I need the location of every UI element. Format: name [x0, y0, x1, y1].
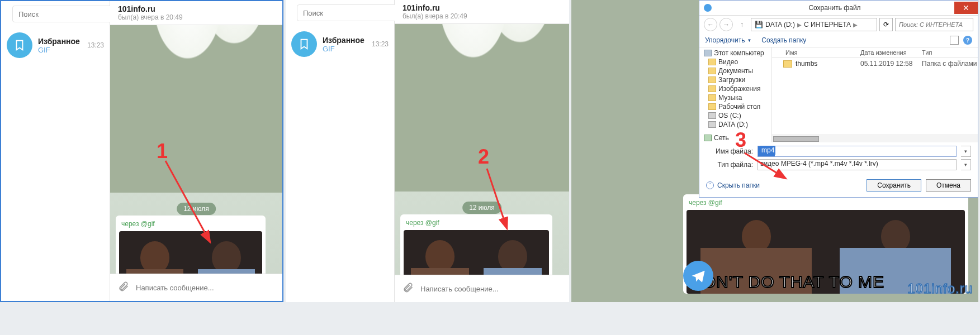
forward-icon[interactable]: → [719, 18, 733, 31]
composer-input[interactable] [420, 285, 561, 293]
chevron-right-icon: ▶ [797, 22, 802, 28]
save-button[interactable]: Сохранить [867, 179, 921, 192]
chat-title: Избранное [323, 36, 366, 45]
file-name: thumbs [796, 60, 860, 68]
drive-icon: 💾 [755, 21, 763, 28]
tree-data-d[interactable]: DATA (D:) [702, 120, 769, 129]
file-date: 05.11.2019 12:58 [860, 60, 922, 68]
annotation-number-2: 2 [478, 145, 489, 169]
search-input[interactable] [12, 6, 119, 22]
telegram-sidebar: Избранное GIF 13:23 [286, 0, 395, 302]
via-label[interactable]: через @gif [404, 218, 549, 230]
address-bar: ← → ↑ 💾 DATA (D:) ▶ С ИНТЕРНЕТА ▶ ⟳ [699, 16, 978, 34]
chevron-down-icon[interactable]: ▾ [961, 146, 971, 157]
telegram-sidebar: Избранное GIF 13:23 [1, 1, 110, 301]
col-date[interactable]: Дата изменения [860, 49, 922, 56]
tree-this-pc[interactable]: Этот компьютер [702, 49, 769, 58]
file-type: Папка с файлами [922, 60, 978, 68]
tree-downloads[interactable]: Загрузки [702, 75, 769, 84]
chat-column: 101info.ru был(а) вчера в 20:49 12 июля … [110, 1, 282, 301]
gif-attachment[interactable]: DON'T DO [119, 231, 262, 274]
col-name[interactable]: Имя [772, 49, 860, 56]
up-icon[interactable]: ↑ [735, 18, 749, 31]
paperclip-icon[interactable] [403, 282, 414, 295]
chat-header-status: был(а) вчера в 20:49 [403, 12, 561, 20]
search-input[interactable] [297, 4, 403, 21]
app-icon [704, 4, 712, 12]
help-icon[interactable]: ? [963, 36, 972, 45]
chat-header[interactable]: 101info.ru был(а) вчера в 20:49 [395, 0, 569, 24]
filename-input[interactable]: mp4 [758, 146, 957, 157]
message-bubble[interactable]: через @gif DON'T DO С [116, 216, 266, 274]
message-bubble[interactable]: через @gif DON'T DO THAT TO ME [683, 194, 968, 294]
save-dialog: Сохранить файл ✕ ← → ↑ 💾 DATA (D:) ▶ С И… [699, 0, 978, 198]
dialog-search-input[interactable] [895, 18, 973, 31]
favorites-icon [291, 31, 317, 57]
breadcrumb-folder[interactable]: С ИНТЕРНЕТА [804, 21, 851, 28]
breadcrumb-drive[interactable]: DATA (D:) [765, 21, 795, 28]
sidebar-item-favorites[interactable]: Избранное GIF 13:23 [1, 27, 110, 64]
annotation-number-1: 1 [157, 140, 168, 163]
titlebar[interactable]: Сохранить файл ✕ [699, 1, 978, 16]
chat-header-title: 101info.ru [118, 4, 274, 13]
via-label[interactable]: через @gif [687, 198, 965, 210]
gif-attachment[interactable]: DON'T [404, 230, 549, 275]
composer-input[interactable] [136, 284, 274, 292]
back-icon[interactable]: ← [704, 18, 717, 31]
chat-header-status: был(а) вчера в 20:49 [118, 13, 274, 21]
scrollbar[interactable] [772, 135, 978, 142]
tree-video[interactable]: Видео [702, 58, 769, 66]
file-list: Имя Дата изменения Тип thumbs 05.11.2019… [772, 47, 978, 142]
label-filetype: Тип файла: [706, 161, 753, 169]
filetype-select[interactable]: видео MPEG-4 (*.mp4 *.m4v *.f4v *.lrv) [758, 159, 957, 170]
breadcrumb[interactable]: 💾 DATA (D:) ▶ С ИНТЕРНЕТА ▶ [751, 18, 877, 31]
chat-sublabel: GIF [323, 45, 366, 53]
tree-music[interactable]: Музыка [702, 93, 769, 102]
tree-documents[interactable]: Документы [702, 66, 769, 75]
chevron-down-icon[interactable]: ▾ [961, 159, 971, 170]
gif-caption: DON'T DO THAT TO ME [690, 272, 884, 291]
chat-time: 13:23 [372, 40, 389, 48]
date-pill: 12 июля [462, 202, 501, 214]
message-bubble[interactable]: через @gif DON'T С [400, 214, 552, 275]
tree-desktop[interactable]: Рабочий стол [702, 102, 769, 111]
chevron-right-icon: ▶ [853, 22, 858, 28]
chevron-up-icon: ˄ [706, 181, 714, 189]
toolbar-organize[interactable]: Упорядочить ▼ [705, 36, 751, 44]
dialog-toolbar: Упорядочить ▼ Создать папку ? [699, 34, 978, 47]
folder-icon [783, 60, 792, 68]
paperclip-icon[interactable] [118, 281, 129, 294]
tree-images[interactable]: Изображения [702, 84, 769, 93]
telegram-logo-icon [683, 261, 713, 291]
file-row[interactable]: thumbs 05.11.2019 12:58 Папка с файлами [772, 58, 978, 69]
hide-folders-toggle[interactable]: ˄ Скрыть папки [706, 181, 760, 189]
date-pill: 12 июля [177, 203, 216, 215]
col-type[interactable]: Тип [922, 49, 978, 56]
tree-os-c[interactable]: OS (C:) [702, 111, 769, 120]
refresh-icon[interactable]: ⟳ [879, 18, 893, 31]
chat-background [110, 25, 282, 193]
composer [110, 274, 282, 301]
chat-header-title: 101info.ru [403, 3, 561, 12]
chat-header[interactable]: 101info.ru был(а) вчера в 20:49 [110, 1, 282, 25]
composer [395, 275, 569, 302]
chat-time: 13:23 [87, 41, 104, 49]
favorites-icon [7, 32, 32, 58]
watermark: 101info.ru [907, 281, 973, 296]
close-icon[interactable]: ✕ [954, 2, 978, 14]
toolbar-new-folder[interactable]: Создать папку [761, 36, 806, 44]
chat-sublabel: GIF [38, 46, 82, 54]
sidebar-item-favorites[interactable]: Избранное GIF 13:23 [286, 26, 394, 63]
via-label[interactable]: через @gif [119, 219, 262, 231]
chat-title: Избранное [38, 37, 82, 46]
annotation-number-3: 3 [735, 128, 746, 152]
view-icon[interactable] [950, 36, 959, 45]
dialog-title: Сохранить файл [715, 4, 954, 12]
cancel-button[interactable]: Отмена [926, 179, 971, 192]
